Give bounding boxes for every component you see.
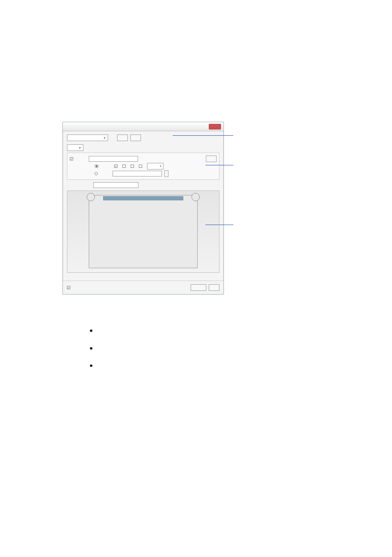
window-titlebar [63,122,224,131]
bullet-heading [90,343,353,355]
tablet-top-strip [103,196,183,200]
tablet-model-value [93,182,138,188]
shift-checkbox[interactable] [122,165,126,168]
tablet-model-row [67,182,219,188]
hint-input[interactable] [89,156,138,162]
tablet-corner-icon [191,193,200,201]
ok-button[interactable] [191,284,206,291]
setting-checkbox[interactable] [70,157,73,160]
chevron-down-icon: ▾ [160,165,161,168]
key-select[interactable]: ▼ [67,144,83,151]
callout-line [205,165,233,165]
chevron-down-icon: ▼ [78,146,81,149]
new-profile-button[interactable] [117,135,128,141]
preview-area [67,190,219,273]
tab-checkbox[interactable] [139,165,142,168]
app-window: ▼ ▼ ▾ [62,122,224,295]
profile-select[interactable]: ▼ [67,135,108,141]
list-item [90,325,353,337]
linking-path-input[interactable] [113,171,162,176]
ctrl-checkbox[interactable] [114,165,118,168]
macro-key-setting-area: ▾ [67,153,219,180]
linking-radio[interactable] [95,172,98,175]
enable-manager-checkbox[interactable] [67,286,70,289]
browse-button[interactable] [164,170,168,177]
list-item [90,343,353,355]
window-footer [63,281,224,294]
tablet-corner-icon [87,193,95,201]
chevron-down-icon: ▼ [103,137,106,139]
bullet-heading [90,325,353,337]
bullet-list [90,325,353,378]
callout-line [205,225,233,225]
alt-checkbox[interactable] [131,165,134,168]
confirm-button[interactable] [206,155,217,162]
profile-area: ▼ [63,131,224,144]
bullet-heading [90,360,353,372]
tablet-frame [89,195,198,268]
list-item [90,360,353,372]
close-button[interactable] [209,124,221,130]
key-value-select[interactable]: ▾ [147,163,164,169]
hotkey-radio[interactable] [95,165,99,168]
cancel-button[interactable] [209,284,219,291]
callout-line [173,135,233,136]
delete-profile-button[interactable] [130,135,141,141]
